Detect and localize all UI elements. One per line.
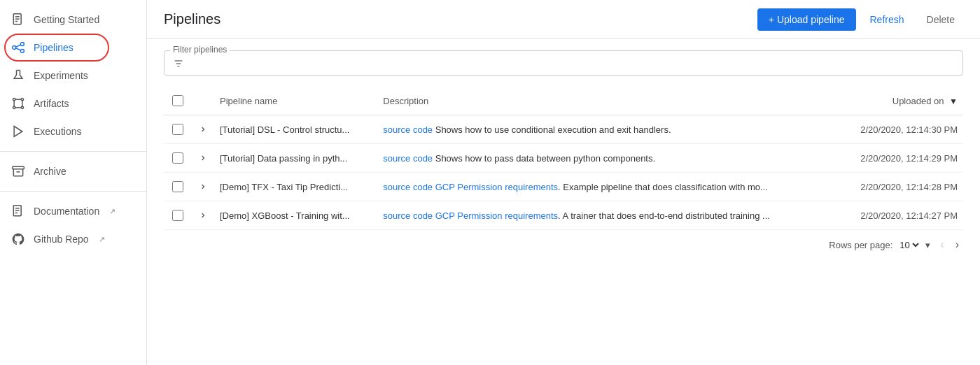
sidebar-item-artifacts[interactable]: Artifacts — [0, 90, 146, 117]
col-name-label: Pipeline name — [220, 96, 277, 106]
svg-line-7 — [16, 45, 21, 47]
svg-point-12 — [13, 106, 15, 108]
row1-description: source code Shows how to use conditional… — [377, 115, 838, 144]
row4-name: [Demo] XGBoost - Training wit... — [214, 201, 377, 230]
row2-expand-button[interactable] — [197, 152, 209, 164]
document-icon — [11, 13, 25, 27]
rows-per-page-select[interactable]: 10 25 50 — [897, 239, 921, 251]
row3-checkbox[interactable] — [172, 181, 183, 192]
row1-name: [Tutorial] DSL - Control structu... — [214, 115, 377, 144]
select-all-checkbox[interactable] — [172, 95, 183, 106]
row2-checkbox[interactable] — [172, 152, 183, 164]
row2-description: source code Shows how to pass data betwe… — [377, 144, 838, 173]
prev-page-button[interactable]: ‹ — [936, 236, 948, 254]
svg-rect-19 — [13, 166, 24, 169]
topbar-actions: + Upload pipeline Refresh Delete — [757, 8, 963, 31]
table-row: [Tutorial] DSL - Control structu... sour… — [164, 115, 963, 144]
row4-expand-cell — [192, 201, 214, 230]
svg-point-11 — [21, 99, 23, 101]
upload-button-label: Upload pipeline — [777, 14, 845, 25]
sidebar-item-pipelines[interactable]: Pipelines — [0, 34, 146, 62]
sidebar-label-executions: Executions — [34, 126, 81, 137]
row3-source-link[interactable]: source code — [383, 182, 433, 192]
row3-expand-cell — [192, 173, 214, 201]
row4-expand-button[interactable] — [197, 210, 209, 221]
row4-uploaded: 2/20/2020, 12:14:27 PM — [838, 201, 963, 230]
col-uploaded-label: Uploaded on — [892, 96, 944, 106]
upload-plus-icon: + — [769, 14, 774, 25]
experiments-icon — [11, 69, 25, 83]
svg-marker-18 — [14, 127, 22, 137]
sidebar-label-documentation: Documentation — [34, 206, 99, 217]
row4-checkbox-cell — [164, 201, 192, 230]
row3-name: [Demo] TFX - Taxi Tip Predicti... — [214, 173, 377, 201]
table-row: [Demo] TFX - Taxi Tip Predicti... source… — [164, 173, 963, 201]
col-header-uploaded[interactable]: Uploaded on ▼ — [838, 87, 963, 115]
row3-expand-button[interactable] — [197, 181, 209, 192]
row1-checkbox[interactable] — [172, 124, 183, 135]
col-header-description: Description — [377, 87, 838, 115]
col-description-label: Description — [383, 96, 428, 106]
sidebar-item-github[interactable]: Github Repo ↗ — [0, 225, 146, 253]
row2-expand-cell — [192, 144, 214, 173]
row3-description: source code GCP Permission requirements.… — [377, 173, 838, 201]
row3-uploaded: 2/20/2020, 12:14:28 PM — [838, 173, 963, 201]
row4-source-link[interactable]: source code — [383, 210, 433, 221]
row2-checkbox-cell — [164, 144, 192, 173]
row1-expand-button[interactable] — [197, 124, 209, 135]
row2-source-link[interactable]: source code — [383, 153, 433, 164]
delete-button[interactable]: Delete — [918, 8, 963, 31]
external-link-icon-github: ↗ — [99, 235, 105, 244]
sidebar-label-archive: Archive — [34, 166, 66, 177]
sidebar: Getting Started Pipelines Experiments — [0, 0, 147, 365]
refresh-button[interactable]: Refresh — [862, 8, 913, 31]
pagination: Rows per page: 10 25 50 ▾ ‹ › — [164, 230, 963, 259]
rows-per-page: Rows per page: 10 25 50 ▾ — [829, 239, 930, 251]
sort-desc-icon: ▼ — [949, 96, 958, 106]
row1-checkbox-cell — [164, 115, 192, 144]
sidebar-item-archive[interactable]: Archive — [0, 157, 146, 185]
rows-per-page-label: Rows per page: — [829, 240, 892, 250]
sidebar-divider-2 — [0, 191, 146, 192]
artifacts-icon — [11, 96, 25, 110]
row1-desc-text: Shows how to use conditional execution a… — [433, 124, 671, 135]
svg-point-5 — [20, 43, 24, 46]
row2-desc-text: Shows how to pass data between python co… — [433, 153, 655, 164]
pipelines-table: Pipeline name Description Uploaded on ▼ — [164, 87, 963, 230]
sidebar-label-github: Github Repo — [34, 234, 89, 245]
row1-source-link[interactable]: source code — [383, 124, 433, 135]
svg-point-10 — [13, 99, 15, 101]
col-header-checkbox — [164, 87, 192, 115]
sidebar-item-documentation[interactable]: Documentation ↗ — [0, 197, 146, 225]
filter-label: Filter pipelines — [170, 45, 230, 55]
row1-uploaded: 2/20/2020, 12:14:30 PM — [838, 115, 963, 144]
dropdown-icon: ▾ — [925, 240, 930, 250]
main-content: Pipelines + Upload pipeline Refresh Dele… — [147, 0, 980, 365]
row3-desc-text: . Example pipeline that does classificat… — [558, 182, 768, 192]
col-header-expand — [192, 87, 214, 115]
row4-permission-link[interactable]: GCP Permission requirements — [435, 210, 558, 221]
row1-expand-cell — [192, 115, 214, 144]
filter-icon — [173, 57, 184, 69]
sidebar-item-executions[interactable]: Executions — [0, 117, 146, 145]
page-title: Pipelines — [164, 11, 757, 27]
row3-permission-link[interactable]: GCP Permission requirements — [435, 182, 558, 192]
content-area: Filter pipelines — [147, 39, 980, 365]
pagination-nav: ‹ › — [936, 236, 963, 254]
documentation-icon — [11, 204, 25, 218]
github-icon — [11, 232, 25, 246]
row2-name: [Tutorial] Data passing in pyth... — [214, 144, 377, 173]
sidebar-item-experiments[interactable]: Experiments — [0, 62, 146, 90]
topbar: Pipelines + Upload pipeline Refresh Dele… — [147, 0, 980, 39]
next-page-button[interactable]: › — [951, 236, 963, 254]
row4-description: source code GCP Permission requirements.… — [377, 201, 838, 230]
row3-checkbox-cell — [164, 173, 192, 201]
table-row: [Tutorial] Data passing in pyth... sourc… — [164, 144, 963, 173]
row4-checkbox[interactable] — [172, 210, 183, 221]
external-link-icon: ↗ — [109, 207, 115, 216]
filter-box[interactable]: Filter pipelines — [164, 50, 963, 76]
upload-pipeline-button[interactable]: + Upload pipeline — [757, 8, 856, 31]
sidebar-item-getting-started[interactable]: Getting Started — [0, 6, 146, 34]
row2-uploaded: 2/20/2020, 12:14:29 PM — [838, 144, 963, 173]
sidebar-label-experiments: Experiments — [34, 70, 88, 81]
